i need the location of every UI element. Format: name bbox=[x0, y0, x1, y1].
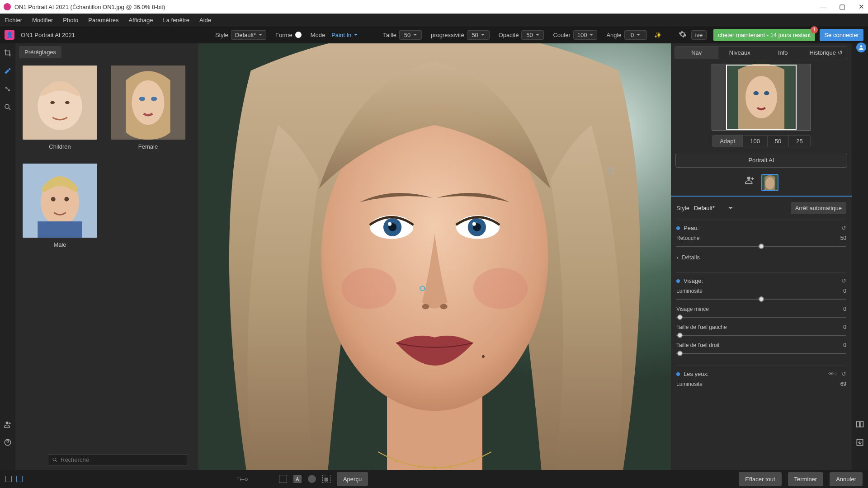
zoom-adapt[interactable]: Adapt bbox=[712, 136, 743, 147]
clone-tool-icon[interactable] bbox=[3, 84, 13, 94]
zoom-tool-icon[interactable] bbox=[3, 102, 13, 112]
svg-point-12 bbox=[139, 97, 145, 101]
gear-icon[interactable] bbox=[679, 30, 687, 40]
group-visage: Visage: ↺ Luminosité0 Visage mince0 Tail… bbox=[676, 272, 846, 359]
add-face-icon[interactable] bbox=[744, 174, 756, 186]
presets-tab[interactable]: Préréglages bbox=[19, 46, 61, 58]
brush-tool-icon[interactable] bbox=[3, 66, 13, 76]
svg-rect-49 bbox=[857, 422, 860, 427]
taille-label: Taille bbox=[383, 32, 396, 38]
toggle-dot-icon[interactable] bbox=[676, 279, 680, 283]
toggle-dot-icon[interactable] bbox=[676, 372, 680, 376]
group-yeux-header[interactable]: Les yeux: 👁+ ↺ bbox=[676, 371, 846, 377]
annuler-button[interactable]: Annuler bbox=[830, 472, 863, 486]
style-chevron-icon[interactable] bbox=[728, 207, 733, 209]
forme-label: Forme bbox=[275, 32, 292, 38]
zoom-buttons: Adapt 100 50 25 bbox=[712, 135, 811, 147]
tab-historique[interactable]: Historique↺ bbox=[805, 47, 848, 59]
menu-fichier[interactable]: Fichier bbox=[5, 17, 22, 23]
details-label: Détails bbox=[682, 254, 700, 261]
tab-info[interactable]: Info bbox=[761, 47, 805, 59]
mask-alpha-icon[interactable]: A bbox=[293, 475, 302, 483]
help-icon[interactable] bbox=[3, 437, 13, 447]
search-input-wrapper[interactable] bbox=[48, 454, 188, 465]
menu-affichage[interactable]: Affichage bbox=[128, 17, 153, 23]
details-expand[interactable]: › Détails bbox=[676, 254, 846, 261]
detected-face-thumb[interactable] bbox=[761, 174, 778, 191]
zoom-100[interactable]: 100 bbox=[743, 136, 768, 147]
eye-plus-icon[interactable]: 👁+ bbox=[828, 371, 838, 377]
preset-children[interactable]: Children bbox=[23, 66, 97, 150]
pref-dropdown[interactable]: ive bbox=[691, 30, 707, 40]
search-input[interactable] bbox=[61, 456, 184, 463]
menu-fenetre[interactable]: La fenêtre bbox=[163, 17, 189, 23]
svg-point-9 bbox=[65, 101, 70, 104]
close-button[interactable]: ✕ bbox=[858, 4, 864, 10]
oeil-d-label: Taille de l'œil droit bbox=[676, 342, 720, 348]
reset-icon[interactable]: ↺ bbox=[841, 371, 846, 377]
retouche-value: 50 bbox=[840, 235, 846, 241]
window-title: ON1 Portrait AI 2021 (Échantillon ON1.jp… bbox=[14, 4, 165, 10]
slider-luminosite-visage[interactable]: Luminosité0 bbox=[676, 288, 846, 302]
mode-dropdown[interactable]: Paint In bbox=[328, 31, 361, 39]
tab-nav[interactable]: Nav bbox=[675, 47, 718, 59]
export-icon[interactable] bbox=[855, 437, 865, 447]
menu-aide[interactable]: Aide bbox=[199, 17, 211, 23]
menu-modifier[interactable]: Modifier bbox=[32, 17, 53, 23]
zoom-25[interactable]: 25 bbox=[789, 136, 810, 147]
menu-parametres[interactable]: Paramètres bbox=[88, 17, 118, 23]
softproof-toggle-icon[interactable]: □─○ bbox=[237, 476, 248, 483]
slider-visage-mince[interactable]: Visage mince0 bbox=[676, 306, 846, 320]
slider-retouche[interactable]: Retouche50 bbox=[676, 235, 846, 249]
slider-oeil-gauche[interactable]: Taille de l'œil gauche0 bbox=[676, 324, 846, 338]
navigator-preview[interactable] bbox=[712, 64, 811, 131]
progressivite-dropdown[interactable]: 50 bbox=[467, 30, 490, 40]
couler-dropdown[interactable]: 100 bbox=[573, 30, 598, 40]
maximize-button[interactable]: ▢ bbox=[839, 4, 845, 10]
reset-icon[interactable]: ↺ bbox=[841, 277, 846, 284]
reset-icon[interactable]: ↺ bbox=[841, 225, 846, 231]
view-compare-icon[interactable] bbox=[16, 476, 23, 482]
navigator-viewport[interactable] bbox=[726, 65, 797, 129]
terminer-button[interactable]: Terminer bbox=[788, 472, 824, 486]
login-button[interactable]: Se connecter bbox=[820, 29, 863, 41]
view-single-icon[interactable] bbox=[5, 476, 12, 482]
svg-point-41 bbox=[472, 460, 475, 462]
mask-view-icon[interactable] bbox=[279, 475, 287, 483]
buy-now-button[interactable]: cheter maintenant - 14 jours restant 1 bbox=[713, 29, 815, 41]
minimize-button[interactable]: — bbox=[820, 4, 826, 10]
svg-point-17 bbox=[64, 197, 69, 202]
group-peau-header[interactable]: Peau: ↺ bbox=[676, 225, 846, 231]
style-dropdown[interactable]: Default* bbox=[231, 30, 266, 40]
apercu-button[interactable]: Aperçu bbox=[337, 472, 368, 486]
zoom-50[interactable]: 50 bbox=[768, 136, 789, 147]
slider-oeil-droit[interactable]: Taille de l'œil droit0 bbox=[676, 342, 846, 357]
taille-dropdown[interactable]: 50 bbox=[399, 30, 422, 40]
menu-photo[interactable]: Photo bbox=[63, 17, 78, 23]
user-avatar-icon[interactable] bbox=[856, 42, 866, 52]
angle-label: Angle bbox=[606, 32, 621, 38]
preset-male[interactable]: Male bbox=[23, 164, 97, 248]
app-badge-icon: 👤 bbox=[5, 30, 14, 40]
wand-icon[interactable]: ✨ bbox=[654, 32, 661, 38]
angle-dropdown[interactable]: 0 bbox=[624, 30, 647, 40]
portrait-ai-button[interactable]: Portrait AI bbox=[675, 153, 847, 168]
yeux-title: Les yeux: bbox=[684, 371, 709, 377]
preset-female[interactable]: Female bbox=[111, 66, 185, 150]
adjustments-scroll[interactable]: Style Default* Arrêt automatique Peau: ↺… bbox=[671, 196, 852, 470]
target-cursor-icon bbox=[607, 167, 614, 174]
effacer-button[interactable]: Effacer tout bbox=[739, 472, 781, 486]
slider-luminosite-yeux[interactable]: Luminosité69 bbox=[676, 381, 846, 387]
crop-tool-icon[interactable] bbox=[3, 48, 13, 58]
toggle-dot-icon[interactable] bbox=[676, 226, 680, 230]
auto-stop-button[interactable]: Arrêt automatique bbox=[791, 202, 846, 214]
brush-shape-icon[interactable] bbox=[295, 32, 302, 38]
add-person-icon[interactable] bbox=[3, 419, 13, 429]
opacite-dropdown[interactable]: 50 bbox=[521, 30, 544, 40]
tab-niveaux[interactable]: Niveaux bbox=[718, 47, 762, 59]
mask-circle-icon[interactable] bbox=[308, 475, 316, 483]
canvas[interactable] bbox=[198, 43, 671, 470]
mask-overlay-icon[interactable]: ▧ bbox=[322, 475, 330, 483]
compare-icon[interactable] bbox=[855, 419, 865, 429]
group-visage-header[interactable]: Visage: ↺ bbox=[676, 277, 846, 284]
